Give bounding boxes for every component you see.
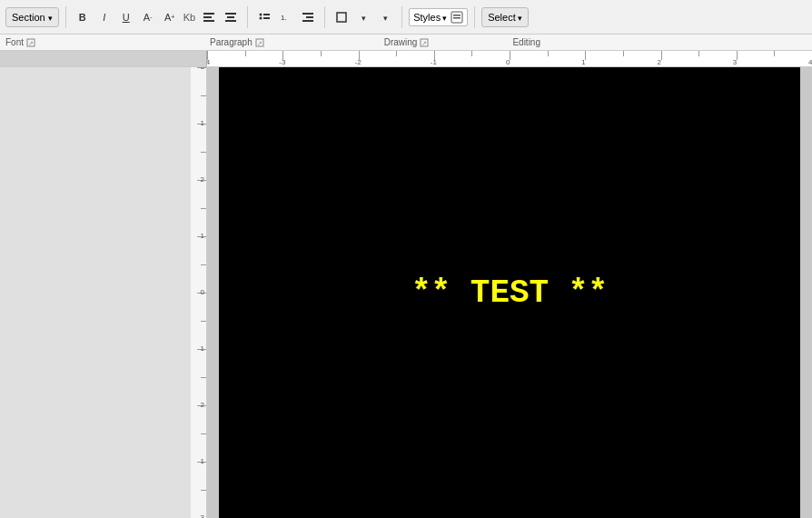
- ruler-tick: [471, 51, 472, 56]
- align-center-icon: [225, 13, 236, 22]
- svg-rect-5: [225, 20, 236, 22]
- ruler-left-margin: [0, 51, 207, 66]
- numbered-list-icon: 1.: [281, 13, 292, 22]
- toolbar-separator-3: [324, 6, 325, 28]
- vertical-ruler-tick: [201, 433, 206, 434]
- toolbar-separator-4: [401, 6, 402, 28]
- ruler-tick: [321, 51, 322, 56]
- ruler-tick-label: -4: [207, 58, 210, 66]
- styles-label: Styles: [413, 12, 441, 23]
- vertical-ruler-tick: [201, 377, 206, 378]
- vertical-ruler-tick-label: 1: [201, 119, 204, 127]
- svg-rect-3: [225, 13, 236, 15]
- svg-rect-4: [227, 16, 234, 18]
- vertical-ruler-tick: [201, 208, 206, 209]
- ruler-tick-label: 2: [658, 58, 661, 66]
- fontsize-up-button[interactable]: A+: [160, 7, 180, 27]
- ruler-tick-label: 4: [808, 58, 812, 66]
- bullet-list-icon: [259, 13, 270, 22]
- svg-rect-7: [263, 14, 270, 15]
- vertical-ruler-tick: [201, 321, 206, 322]
- svg-text:↗: ↗: [257, 40, 262, 46]
- vertical-ruler-tick-label: 3: [201, 67, 204, 71]
- ruler-tick-label: -1: [431, 58, 437, 66]
- section-label: Section: [12, 12, 45, 23]
- paragraph-group-label: Paragraph: [210, 37, 253, 47]
- svg-rect-2: [203, 20, 214, 22]
- paragraph-group-expand-icon[interactable]: ↗: [255, 38, 264, 47]
- svg-rect-11: [302, 13, 313, 15]
- toolbar-separator-1: [65, 6, 66, 28]
- vertical-ruler-tick-label: 0: [201, 288, 204, 296]
- ruler-tick-label: -2: [355, 58, 361, 66]
- ribbon-label-paragraph: Paragraph ↗: [210, 37, 264, 47]
- ruler-tick: [774, 51, 775, 56]
- indent-icon: [302, 13, 313, 22]
- drawing-icon: [335, 11, 348, 24]
- indent-button[interactable]: [298, 7, 318, 27]
- fontsize-down-button[interactable]: A-: [138, 7, 158, 27]
- font-group-label: Font: [5, 37, 24, 47]
- svg-text:↗: ↗: [421, 40, 427, 46]
- svg-point-6: [260, 13, 262, 15]
- select-chevron-icon: [518, 12, 522, 23]
- ruler-tick-label: -3: [279, 58, 285, 66]
- ruler-tick-label: 1: [581, 58, 585, 66]
- vertical-ruler-tick-label: 1: [201, 457, 204, 465]
- underline-button[interactable]: U: [116, 7, 136, 27]
- vertical-ruler-tick-label: 3: [201, 513, 204, 518]
- drawing-chevron-icon: [361, 12, 366, 23]
- drawing-group-label: Drawing: [384, 37, 418, 47]
- bullet-list-button[interactable]: [254, 7, 274, 27]
- drawing-group: [332, 7, 395, 27]
- document-area[interactable]: ** TEST **: [207, 67, 812, 518]
- drawing-group-expand-icon[interactable]: ↗: [420, 38, 429, 47]
- ribbon-label-editing: Editing: [512, 37, 540, 47]
- ruler-tick-label: 3: [733, 58, 737, 66]
- svg-text:↗: ↗: [28, 40, 34, 46]
- section-button[interactable]: Section: [5, 7, 59, 27]
- align-left-button[interactable]: [199, 7, 219, 27]
- vertical-ruler-tick-label: 2: [201, 175, 204, 184]
- ruler-tick-label: 0: [506, 58, 510, 66]
- ribbon-labels: Font ↗ Paragraph ↗ Drawing ↗ Editing: [0, 35, 812, 51]
- select-button[interactable]: Select: [481, 7, 529, 27]
- font-name-display: Kb: [182, 12, 197, 23]
- ribbon-label-drawing: Drawing ↗: [384, 37, 430, 47]
- document-page: ** TEST **: [219, 67, 800, 518]
- ruler-content: -4-3-2-101234: [207, 51, 812, 66]
- svg-text:1.: 1.: [281, 14, 287, 22]
- bold-button[interactable]: B: [73, 7, 93, 27]
- vertical-ruler-tick: [201, 264, 206, 265]
- vertical-ruler-tick: [201, 490, 206, 491]
- vertical-ruler-tick-label: 1: [201, 232, 204, 240]
- toolbar: Section B I U A- A+ Kb 1.: [0, 0, 812, 35]
- styles-chevron-icon: [442, 12, 447, 23]
- svg-rect-0: [203, 13, 214, 15]
- align-center-button[interactable]: [221, 7, 241, 27]
- numbered-list-button[interactable]: 1.: [276, 7, 296, 27]
- drawing-dropdown-button[interactable]: [353, 7, 373, 27]
- drawing-color-button[interactable]: [375, 7, 395, 27]
- italic-button[interactable]: I: [94, 7, 114, 27]
- main-area: 312101213 ** TEST **: [0, 67, 812, 518]
- svg-rect-12: [306, 16, 313, 18]
- svg-point-8: [260, 16, 262, 19]
- svg-rect-14: [337, 13, 346, 22]
- ruler-tick: [623, 51, 624, 56]
- vertical-ruler-tick: [201, 152, 206, 153]
- svg-rect-16: [453, 15, 460, 16]
- toolbar-separator-2: [247, 6, 248, 28]
- drawing-color-chevron-icon: [383, 12, 388, 23]
- ruler-tick: [245, 51, 246, 56]
- section-chevron-icon: [48, 12, 53, 23]
- left-margin: 312101213: [0, 67, 207, 518]
- font-group-expand-icon[interactable]: ↗: [26, 38, 35, 47]
- ruler-tick: [698, 51, 699, 56]
- document-content[interactable]: ** TEST **: [411, 274, 608, 312]
- font-group: B I U A- A+ Kb: [73, 7, 241, 27]
- styles-dropdown[interactable]: Styles: [409, 8, 468, 26]
- ribbon-label-font: Font ↗: [5, 37, 35, 47]
- align-left-icon: [203, 13, 214, 22]
- drawing-tool-button[interactable]: [332, 7, 352, 27]
